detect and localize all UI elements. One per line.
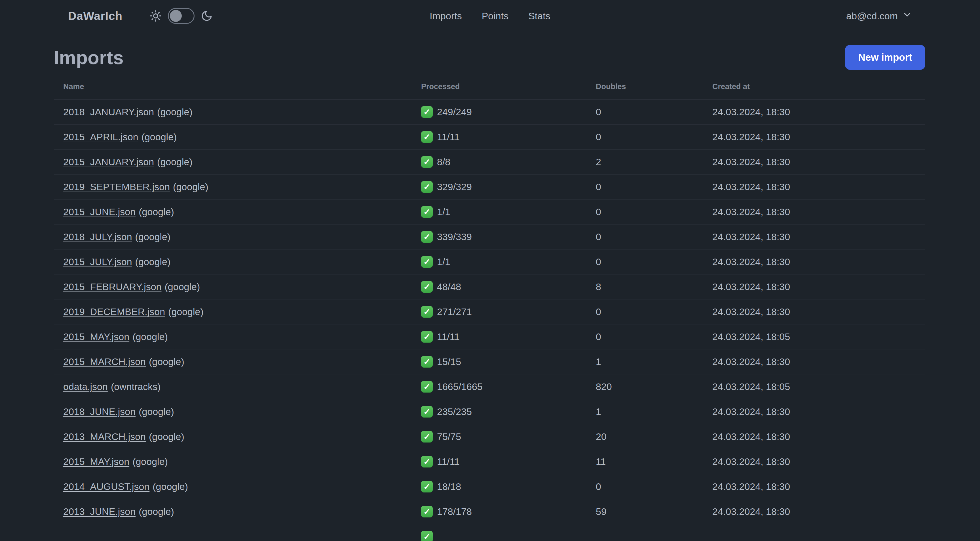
doubles-value: 1 — [596, 406, 601, 417]
processed-count: 75/75 — [437, 431, 461, 442]
user-menu[interactable]: ab@cd.com — [846, 10, 912, 22]
doubles-cell: 0 — [586, 474, 703, 499]
doubles-value: 0 — [596, 481, 601, 492]
table-row: 2014_AUGUST.json(google) ✓ 18/18 0 24.03… — [54, 474, 925, 499]
import-source: (google) — [132, 456, 168, 467]
doubles-cell: 20 — [586, 424, 703, 449]
doubles-value: 11 — [596, 456, 606, 467]
name-cell: 2015_JANUARY.json(google) — [54, 149, 412, 174]
processed-cell: ✓ 329/329 — [412, 174, 586, 199]
nav-link-stats[interactable]: Stats — [528, 11, 550, 22]
table-row: 2015_FEBRUARY.json(google) ✓ 48/48 8 24.… — [54, 274, 925, 299]
import-source: (google) — [173, 181, 208, 192]
import-name-link[interactable]: 2015_MAY.json — [63, 456, 129, 467]
name-cell: 2013_MARCH.json(google) — [54, 424, 412, 449]
navbar: DaWarIch Imports Points — [0, 0, 980, 32]
import-name-link[interactable]: 2015_MARCH.json — [63, 356, 146, 367]
import-name-link[interactable]: 2015_JANUARY.json — [63, 156, 154, 167]
name-cell: 2013_JUNE.json(google) — [54, 499, 412, 524]
check-mark-icon: ✓ — [421, 381, 433, 393]
import-source: (google) — [168, 306, 204, 317]
name-cell: 2018_JANUARY.json(google) — [54, 99, 412, 124]
created-at-value: 24.03.2024, 18:30 — [712, 356, 790, 367]
table-row: 2015_JULY.json(google) ✓ 1/1 0 24.03.202… — [54, 249, 925, 274]
processed-cell: ✓ 8/8 — [412, 149, 586, 174]
processed-cell: ✓ 1665/1665 — [412, 374, 586, 399]
doubles-value: 8 — [596, 281, 601, 292]
name-cell: 2015_MARCH.json(google) — [54, 349, 412, 374]
doubles-cell — [586, 524, 703, 541]
import-name-link[interactable]: 2015_FEBRUARY.json — [63, 281, 162, 292]
import-name-link[interactable]: 2014_AUGUST.json — [63, 481, 150, 492]
processed-cell: ✓ 11/11 — [412, 324, 586, 349]
doubles-cell: 1 — [586, 349, 703, 374]
main-nav: Imports Points Stats — [430, 11, 550, 22]
table-row: 2015_JANUARY.json(google) ✓ 8/8 2 24.03.… — [54, 149, 925, 174]
import-name-link[interactable]: odata.json — [63, 381, 108, 392]
doubles-value: 0 — [596, 107, 601, 117]
table-row: 2015_APRIL.json(google) ✓ 11/11 0 24.03.… — [54, 124, 925, 149]
processed-count: 271/271 — [437, 306, 472, 318]
table-header-row: Name Processed Doubles Created at — [54, 74, 925, 99]
import-name-link[interactable]: 2018_JULY.json — [63, 231, 132, 242]
doubles-cell: 820 — [586, 374, 703, 399]
created-at-value: 24.03.2024, 18:30 — [712, 506, 790, 517]
import-name-link[interactable]: 2019_DECEMBER.json — [63, 306, 165, 317]
import-name-link[interactable]: 2013_MARCH.json — [63, 431, 146, 442]
import-name-link[interactable]: 2015_JUNE.json — [63, 206, 135, 217]
processed-count: 11/11 — [437, 331, 460, 342]
new-import-button[interactable]: New import — [845, 45, 925, 70]
processed-count: 1/1 — [437, 256, 450, 267]
table-row: 2018_JULY.json(google) ✓ 339/339 0 24.03… — [54, 224, 925, 249]
created-at-value: 24.03.2024, 18:05 — [712, 331, 790, 342]
processed-cell: ✓ 11/11 — [412, 449, 586, 474]
import-source: (google) — [135, 256, 171, 267]
created-at-cell: 24.03.2024, 18:30 — [703, 424, 925, 449]
created-at-cell: 24.03.2024, 18:30 — [703, 449, 925, 474]
check-mark-icon: ✓ — [421, 531, 433, 541]
table-row: 2019_DECEMBER.json(google) ✓ 271/271 0 2… — [54, 299, 925, 324]
import-name-link[interactable]: 2015_JULY.json — [63, 256, 132, 267]
processed-cell: ✓ 11/11 — [412, 124, 586, 149]
processed-cell: ✓ 18/18 — [412, 474, 586, 499]
page-title: Imports — [54, 46, 124, 69]
toggle-knob — [170, 10, 182, 22]
processed-count: 11/11 — [437, 131, 460, 142]
nav-link-imports[interactable]: Imports — [430, 11, 461, 22]
column-header-created-at: Created at — [703, 74, 925, 99]
created-at-value: 24.03.2024, 18:30 — [712, 431, 790, 442]
import-source: (google) — [153, 481, 188, 492]
import-name-link[interactable]: 2013_JUNE.json — [63, 506, 135, 517]
name-cell: 2015_APRIL.json(google) — [54, 124, 412, 149]
created-at-cell: 24.03.2024, 18:30 — [703, 149, 925, 174]
nav-link-points[interactable]: Points — [482, 11, 509, 22]
table-row: 2018_JANUARY.json(google) ✓ 249/249 0 24… — [54, 99, 925, 124]
import-name-link[interactable]: 2015_MAY.json — [63, 331, 129, 342]
import-source: (google) — [132, 331, 168, 342]
import-source: (google) — [157, 156, 192, 167]
created-at-cell: 24.03.2024, 18:30 — [703, 474, 925, 499]
created-at-value: 24.03.2024, 18:30 — [712, 231, 790, 242]
import-name-link[interactable]: 2018_JANUARY.json — [63, 107, 154, 117]
theme-toggle-switch[interactable] — [168, 8, 194, 24]
processed-cell: ✓ 1/1 — [412, 249, 586, 274]
check-mark-icon: ✓ — [421, 256, 433, 268]
doubles-value: 0 — [596, 206, 601, 217]
import-name-link[interactable]: 2019_SEPTEMBER.json — [63, 181, 170, 192]
doubles-cell: 11 — [586, 449, 703, 474]
created-at-cell: 24.03.2024, 18:30 — [703, 399, 925, 424]
page-header: Imports New import — [54, 40, 925, 74]
doubles-value: 1 — [596, 356, 601, 367]
brand-logo[interactable]: DaWarIch — [68, 10, 123, 23]
import-name-link[interactable]: 2015_APRIL.json — [63, 131, 138, 142]
check-mark-icon: ✓ — [421, 406, 433, 418]
import-name-link[interactable]: 2018_JUNE.json — [63, 406, 135, 417]
created-at-value: 24.03.2024, 18:30 — [712, 406, 790, 417]
name-cell: 2015_MAY.json(google) — [54, 324, 412, 349]
created-at-cell: 24.03.2024, 18:30 — [703, 274, 925, 299]
doubles-value: 0 — [596, 331, 601, 342]
processed-count: 15/15 — [437, 356, 461, 367]
processed-cell: ✓ 235/235 — [412, 399, 586, 424]
processed-count: 249/249 — [437, 107, 472, 118]
check-mark-icon: ✓ — [421, 181, 433, 193]
